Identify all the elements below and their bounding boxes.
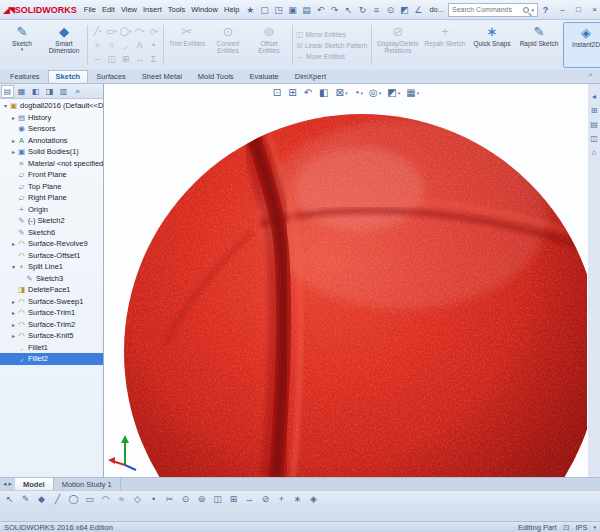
quick-snaps-button[interactable]: ∗ Quick Snaps xyxy=(469,22,515,68)
help-button[interactable]: ? xyxy=(539,5,552,15)
menu-item[interactable]: Help xyxy=(221,3,242,16)
expand-arrow-icon[interactable]: ▸ xyxy=(10,309,17,316)
maximize-button[interactable]: □ xyxy=(571,3,586,17)
expand-arrow-icon[interactable]: ▸ xyxy=(10,240,17,247)
move-icon[interactable]: ↔ xyxy=(243,492,256,505)
units-dropdown-icon[interactable]: ▾ xyxy=(593,524,596,530)
display-pane-icon[interactable]: ▤ xyxy=(590,120,598,130)
undo-icon[interactable]: ↶ xyxy=(313,2,327,17)
display-style-icon[interactable]: ◔▾ xyxy=(353,87,363,98)
menu-item[interactable]: File xyxy=(81,3,99,16)
hide-show-items-icon[interactable]: ◎▾ xyxy=(369,87,381,98)
tree-item[interactable]: + Origin xyxy=(0,204,103,216)
move-entities-button[interactable]: ↔ Move Entities xyxy=(296,52,368,61)
appearance-icon[interactable]: ◩ xyxy=(397,2,411,17)
arc-icon[interactable]: ◠ xyxy=(99,492,112,505)
point-tool-icon[interactable]: • xyxy=(147,38,160,52)
select-icon[interactable]: ↖ xyxy=(341,2,355,17)
mirror-tool-icon[interactable]: ◫ xyxy=(105,52,118,66)
tree-item[interactable]: ▱ Right Plane xyxy=(0,192,103,204)
ribbon-tab[interactable]: Evaluate xyxy=(242,70,287,83)
collapse-panel-icon[interactable]: ◂ xyxy=(592,92,596,102)
configurationmanager-tab[interactable]: ◧ xyxy=(29,85,42,98)
edit-appearance-icon[interactable]: ◩▾ xyxy=(387,87,400,98)
convert-entities-icon[interactable]: ⊙ xyxy=(179,492,192,505)
tree-item[interactable]: ▸ ◠ Surface-Trim1 xyxy=(0,307,103,319)
apply-scene-icon[interactable]: ▦▾ xyxy=(406,87,419,98)
status-panel-icon[interactable]: ⊡ xyxy=(563,523,570,532)
view-orientation-icon[interactable]: ⊠▾ xyxy=(335,87,347,98)
menu-item[interactable]: View xyxy=(118,3,140,16)
save-icon[interactable]: ▣ xyxy=(285,2,299,17)
mirror-icon[interactable]: ◫ xyxy=(211,492,224,505)
dropdown-arrow-icon[interactable]: ▾ xyxy=(21,47,24,53)
spline-icon[interactable]: ≈ xyxy=(115,492,128,505)
polygon-icon[interactable]: ◇ xyxy=(131,492,144,505)
ribbon-tab[interactable]: Features xyxy=(2,70,48,83)
expand-arrow-icon[interactable]: ▸ xyxy=(10,298,17,305)
featuremanager-tab[interactable]: ▤ xyxy=(1,85,14,98)
menu-item[interactable]: Insert xyxy=(140,3,165,16)
pin-menu-star-icon[interactable]: ★ xyxy=(243,2,257,17)
minimize-button[interactable]: – xyxy=(555,3,570,17)
polygon-tool-icon[interactable]: ◇▾ xyxy=(147,24,160,38)
expand-arrow-icon[interactable]: ▸ xyxy=(10,114,17,121)
rapid-sketch-button[interactable]: ✎ Rapid Sketch xyxy=(516,22,562,68)
instant2d-button[interactable]: ◈ Instant2D xyxy=(563,22,600,68)
expand-arrow-icon[interactable]: ▸ xyxy=(10,332,17,339)
propertymanager-tab[interactable]: ▦ xyxy=(15,85,28,98)
circle-icon[interactable]: ◯ xyxy=(67,492,80,505)
linear-pattern-icon[interactable]: ⊞ xyxy=(227,492,240,505)
sketch-fillet-tool-icon[interactable]: ◞ xyxy=(119,38,132,52)
open-icon[interactable]: ◳ xyxy=(271,2,285,17)
displaymanager-tab[interactable]: ▥ xyxy=(57,85,70,98)
tree-item[interactable]: ✎ Sketch6 xyxy=(0,227,103,239)
circle-tool-icon[interactable]: ◯▾ xyxy=(119,24,132,38)
offset-entities-button[interactable]: ⊚ Offset Entities xyxy=(249,22,289,68)
equation-tool-icon[interactable]: Σ xyxy=(147,52,160,66)
select-tool-icon[interactable]: ↖ xyxy=(3,492,16,505)
tree-item[interactable]: ✎ (-) Sketch2 xyxy=(0,215,103,227)
construction-line-icon[interactable]: ╌ xyxy=(91,52,104,66)
repair-sketch-button[interactable]: + Repair Sketch xyxy=(422,22,468,68)
expand-arrow-icon[interactable]: ▸ xyxy=(10,321,17,328)
line-tool-icon[interactable]: ╱▾ xyxy=(91,24,104,38)
rectangle-icon[interactable]: ▭ xyxy=(83,492,96,505)
file-properties-icon[interactable]: ≡ xyxy=(369,2,383,17)
tree-item[interactable]: ◨ DeleteFace1 xyxy=(0,284,103,296)
search-commands-box[interactable]: ▾ xyxy=(448,3,538,17)
smart-dimension-button[interactable]: ◆ Smart Dimension xyxy=(44,22,84,68)
redo-icon[interactable]: ↷ xyxy=(327,2,341,17)
search-input[interactable] xyxy=(452,6,521,13)
graphics-area[interactable]: ⊡ ⊞ ↶ ◧ ⊠▾ xyxy=(104,84,588,477)
move-tool-icon[interactable]: ↔ xyxy=(133,52,146,66)
trim-entities-button[interactable]: ✂ Trim Entities xyxy=(167,22,207,68)
pattern-tool-icon[interactable]: ⊞ xyxy=(119,52,132,66)
bottom-tab[interactable]: Motion Study 1 xyxy=(54,478,121,490)
bottom-tab[interactable]: Model xyxy=(15,478,54,490)
quick-snaps-icon[interactable]: ∗ xyxy=(291,492,304,505)
tree-item[interactable]: ▸ ▤ History xyxy=(0,112,103,124)
arc-tool-icon[interactable]: ◠▾ xyxy=(133,24,146,38)
print-icon[interactable]: ▤ xyxy=(299,2,313,17)
units-selector[interactable]: IPS xyxy=(575,523,587,532)
search-dropdown-icon[interactable]: ▾ xyxy=(531,7,534,13)
tree-item[interactable]: ▱ Top Plane xyxy=(0,181,103,193)
rapid-sketch-icon[interactable]: ◈ xyxy=(307,492,320,505)
close-button[interactable]: × xyxy=(587,3,600,17)
dimension-icon[interactable]: ◆ xyxy=(35,492,48,505)
mirror-entities-button[interactable]: ◫ Mirror Entities xyxy=(296,30,368,39)
options-gear-icon[interactable]: ⊙ xyxy=(383,2,397,17)
convert-entities-button[interactable]: ⊙ Convert Entities xyxy=(208,22,248,68)
tree-item[interactable]: ▸ ◠ Surface-Sweep1 xyxy=(0,296,103,308)
menu-item[interactable]: Edit xyxy=(99,3,118,16)
text-tool-icon[interactable]: A xyxy=(133,38,146,52)
ribbon-collapse-icon[interactable]: ^ xyxy=(583,72,598,79)
expand-arrow-icon[interactable]: ▸ xyxy=(10,137,17,144)
tree-item[interactable]: ▸ ◠ Surface-Revolve9 xyxy=(0,238,103,250)
sketch-button[interactable]: ✎ Sketch ▾ xyxy=(2,22,42,68)
tree-item[interactable]: ▾ ◗ Split Line1 xyxy=(0,261,103,273)
tree-item[interactable]: ▸ ▣ Solid Bodies(1) xyxy=(0,146,103,158)
menu-item[interactable]: Window xyxy=(188,3,221,16)
sketch-icon[interactable]: ✎ xyxy=(19,492,32,505)
